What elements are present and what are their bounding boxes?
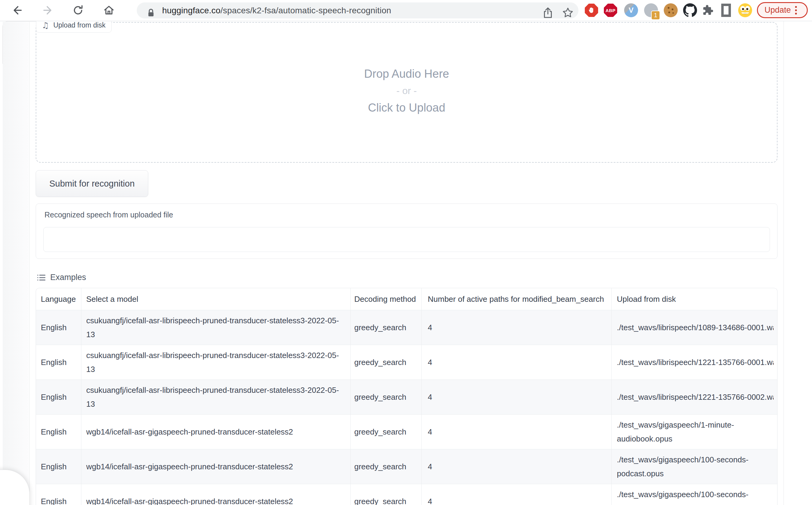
back-icon[interactable] xyxy=(9,3,24,18)
table-cell[interactable]: wgb14/icefall-asr-gigaspeech-pruned-tran… xyxy=(81,414,350,449)
chrome-update-button[interactable]: Update xyxy=(757,2,808,18)
table-cell[interactable]: 4 xyxy=(421,345,612,379)
table-cell[interactable]: 4 xyxy=(421,449,612,484)
table-cell[interactable]: English xyxy=(36,380,81,414)
table-cell[interactable]: greedy_search xyxy=(350,414,421,449)
table-header-row: LanguageSelect a modelDecoding methodNum… xyxy=(36,288,777,310)
examples-label: Examples xyxy=(50,273,86,282)
lock-icon[interactable] xyxy=(144,6,158,20)
table-cell[interactable]: 4 xyxy=(421,380,612,414)
github-icon[interactable] xyxy=(682,2,698,18)
tab-label: Upload from disk xyxy=(53,21,106,29)
examples-header: Examples xyxy=(37,273,86,282)
cookie-icon[interactable] xyxy=(663,2,679,18)
extension-badge: 1 xyxy=(651,11,660,20)
reload-icon[interactable] xyxy=(71,3,85,18)
example-row[interactable]: Englishcsukuangfj/icefall-asr-librispeec… xyxy=(36,345,777,379)
table-cell[interactable]: wgb14/icefall-asr-gigaspeech-pruned-tran… xyxy=(81,449,350,484)
table-cell[interactable]: 4 xyxy=(421,310,612,345)
table-cell[interactable]: English xyxy=(36,345,81,379)
abp-icon[interactable]: ABP xyxy=(602,2,619,18)
table-cell[interactable]: csukuangfj/icefall-asr-librispeech-prune… xyxy=(81,310,350,345)
recognized-speech-input[interactable] xyxy=(43,227,770,252)
page-left-gutter xyxy=(3,22,30,505)
adblock-hand-icon[interactable] xyxy=(583,2,599,18)
table-cell[interactable]: csukuangfj/icefall-asr-librispeech-prune… xyxy=(81,345,350,379)
column-header: Decoding method xyxy=(350,288,421,310)
url-text: huggingface.co/spaces/k2-fsa/automatic-s… xyxy=(162,6,391,15)
table-cell[interactable]: English xyxy=(36,414,81,449)
home-icon[interactable] xyxy=(102,3,116,18)
table-cell[interactable]: 4 xyxy=(421,414,612,449)
table-cell[interactable]: ./test_wavs/gigaspeech/100-seconds-speec… xyxy=(612,484,778,505)
recognized-speech-label: Recognized speech from uploaded file xyxy=(44,210,173,219)
share-icon[interactable] xyxy=(541,6,555,20)
browser-toolbar: huggingface.co/spaces/k2-fsa/automatic-s… xyxy=(0,0,812,21)
example-row[interactable]: Englishcsukuangfj/icefall-asr-librispeec… xyxy=(36,379,777,414)
or-text: - or - xyxy=(36,82,778,99)
list-icon xyxy=(37,273,46,282)
submit-for-recognition-button[interactable]: Submit for recognition xyxy=(36,170,148,197)
table-cell[interactable]: 4 xyxy=(421,484,612,505)
example-row[interactable]: Englishwgb14/icefall-asr-gigaspeech-prun… xyxy=(36,484,777,505)
table-cell[interactable]: ./test_wavs/librispeech/1221-135766-0001… xyxy=(612,345,778,379)
table-cell[interactable]: greedy_search xyxy=(350,484,421,505)
column-header: Select a model xyxy=(81,288,350,310)
music-note-icon: ♫ xyxy=(42,21,49,30)
recognized-speech-group: Recognized speech from uploaded file xyxy=(36,203,778,259)
browser-menu-icon[interactable] xyxy=(795,6,797,14)
table-cell[interactable]: greedy_search xyxy=(350,449,421,484)
table-cell[interactable]: wgb14/icefall-asr-gigaspeech-pruned-tran… xyxy=(81,484,350,505)
click-to-upload-text: Click to Upload xyxy=(36,99,778,117)
table-cell[interactable]: ./test_wavs/librispeech/1221-135766-0002… xyxy=(612,380,778,414)
table-cell[interactable]: English xyxy=(36,310,81,345)
tab-upload-from-disk[interactable]: ♫ Upload from disk xyxy=(36,21,112,33)
table-cell[interactable]: ./test_wavs/librispeech/1089-134686-0001… xyxy=(612,310,778,345)
column-header: Number of active paths for modified_beam… xyxy=(421,288,612,310)
table-cell[interactable]: greedy_search xyxy=(350,345,421,379)
example-row[interactable]: Englishwgb14/icefall-asr-gigaspeech-prun… xyxy=(36,414,777,449)
sidebar-icon[interactable] xyxy=(718,2,734,18)
table-cell[interactable]: English xyxy=(36,484,81,505)
page-content: Drop Audio Here - or - Click to Upload ♫… xyxy=(0,21,812,505)
table-cell[interactable]: English xyxy=(36,449,81,484)
column-header: Upload from disk xyxy=(612,288,778,310)
update-label: Update xyxy=(765,5,791,15)
table-cell[interactable]: ./test_wavs/gigaspeech/100-seconds-podca… xyxy=(612,449,778,484)
table-cell[interactable]: ./test_wavs/gigaspeech/1-minute-audioboo… xyxy=(612,414,778,449)
table-body: Englishcsukuangfj/icefall-asr-librispeec… xyxy=(36,310,777,505)
table-cell[interactable]: csukuangfj/icefall-asr-librispeech-prune… xyxy=(81,380,350,414)
scrollbar-divider xyxy=(784,21,784,505)
v-circle-icon[interactable]: V xyxy=(623,2,639,18)
examples-table: LanguageSelect a modelDecoding methodNum… xyxy=(36,288,778,505)
example-row[interactable]: Englishcsukuangfj/icefall-asr-librispeec… xyxy=(36,310,777,345)
example-row[interactable]: Englishwgb14/icefall-asr-gigaspeech-prun… xyxy=(36,449,777,484)
puzzle-extensions-icon[interactable] xyxy=(700,2,716,18)
gray-profile-icon[interactable]: 1 xyxy=(643,2,659,18)
dropzone-text: Drop Audio Here - or - Click to Upload xyxy=(36,65,778,117)
bookmark-star-icon[interactable] xyxy=(561,6,575,20)
table-cell[interactable]: greedy_search xyxy=(350,310,421,345)
column-header: Language xyxy=(36,288,81,310)
table-cell[interactable]: greedy_search xyxy=(350,380,421,414)
drop-audio-here-text: Drop Audio Here xyxy=(36,65,778,82)
forward-icon[interactable] xyxy=(41,3,56,18)
smiley-icon[interactable] xyxy=(737,2,753,18)
address-bar[interactable]: huggingface.co/spaces/k2-fsa/automatic-s… xyxy=(137,2,578,18)
